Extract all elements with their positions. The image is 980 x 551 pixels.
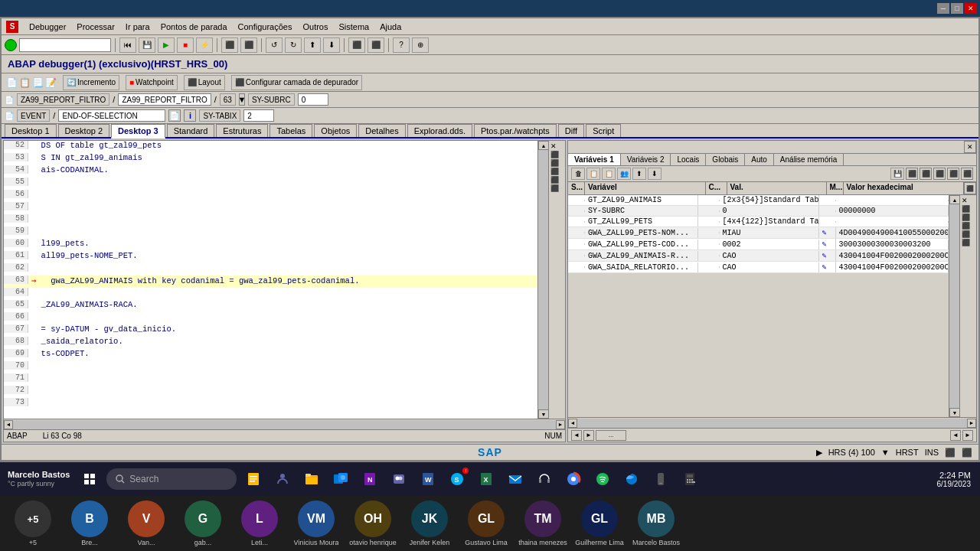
taskbar-spotify-icon[interactable] <box>590 467 615 491</box>
scroll-right-btn[interactable]: ► <box>556 420 565 429</box>
vars-tab-auto[interactable]: Auto <box>745 154 774 165</box>
vars-side-btn3[interactable]: ⬛ <box>962 214 975 221</box>
taskbar-onenote-icon[interactable]: N <box>358 467 382 491</box>
watchpoint-btn[interactable]: ■ Watchpoint <box>126 75 178 90</box>
taskbar-headset-icon[interactable] <box>532 467 557 491</box>
vars-right-btn4[interactable]: ⬛ <box>947 168 959 180</box>
participant-0[interactable]: +5+5 <box>6 500 60 546</box>
vars-side-btn1[interactable]: ✕ <box>962 197 975 204</box>
menu-pontos-parada[interactable]: Pontos de parada <box>161 22 227 31</box>
side-btn1[interactable]: ⬛ <box>550 151 564 158</box>
event-icon-btn[interactable]: 📄 <box>168 109 181 122</box>
side-btn2[interactable]: ⬛ <box>550 159 564 167</box>
layout-btn[interactable]: ⬛ Layout <box>184 75 225 90</box>
vars-right-btn5[interactable]: ⬛ <box>961 168 973 180</box>
info-i-btn[interactable]: i <box>184 109 196 122</box>
participant-6[interactable]: OHotavio henrique <box>346 500 400 546</box>
taskbar-word-icon[interactable]: W <box>416 467 440 491</box>
vars-scroll-up[interactable]: ▲ <box>949 195 960 204</box>
taskbar-teams2-icon[interactable] <box>387 467 411 491</box>
tab-detalhes[interactable]: Detalhes <box>358 124 405 137</box>
taskbar-edge-icon[interactable] <box>619 467 644 491</box>
config-layer-btn[interactable]: ⬛ Configurar camada de depurador <box>231 75 362 90</box>
vars-tab-variáveis-1[interactable]: Variáveis 1 <box>568 154 621 165</box>
vars-right-btn1[interactable]: ⬛ <box>906 168 918 180</box>
vars-row-2[interactable]: GT_ZALL99_PETS[4x4{122}]Standard Table <box>568 217 949 227</box>
tab-standard[interactable]: Standard <box>167 124 215 137</box>
participant-8[interactable]: GLGustavo Lima <box>459 500 513 546</box>
tab-desktop-3[interactable]: Desktop 3 <box>111 124 165 139</box>
vars-right-btn2[interactable]: ⬛ <box>920 168 932 180</box>
maximize-button[interactable]: □ <box>951 3 963 14</box>
taskbar-mail-icon[interactable] <box>503 467 528 491</box>
side-btn4[interactable]: ⬛ <box>550 176 564 184</box>
start-button[interactable] <box>77 467 102 491</box>
participant-3[interactable]: Ggab... <box>176 500 230 546</box>
tab-diff[interactable]: Diff <box>558 124 584 137</box>
search-bar[interactable]: Search <box>106 468 237 490</box>
participant-7[interactable]: JKJenifer Kelen <box>403 500 456 546</box>
info-btn[interactable]: ▼ <box>239 93 245 106</box>
play-icon[interactable]: ▶ <box>816 448 822 458</box>
vars-cell-m[interactable] <box>819 221 836 223</box>
btn3[interactable]: ↺ <box>266 37 283 53</box>
menu-processar[interactable]: Processar <box>77 22 115 31</box>
taskbar-calculator-icon[interactable] <box>678 467 702 491</box>
participant-11[interactable]: MBMarcelo Bastos <box>629 500 683 546</box>
taskbar-chrome-icon[interactable] <box>561 467 586 491</box>
menu-debugger[interactable]: Debugger <box>29 22 66 31</box>
nav-prev-btn[interactable]: ◄ <box>571 430 582 441</box>
editor-hscroll[interactable]: ◄ ► <box>4 419 565 429</box>
btn7[interactable]: ⬛ <box>348 37 365 53</box>
vars-side-btn4[interactable]: ⬛ <box>962 222 975 230</box>
tab-ptos-par-/watchpts[interactable]: Ptos.par./watchpts <box>474 124 557 137</box>
tab-script[interactable]: Script <box>586 124 621 137</box>
side-btn5[interactable]: ⬛ <box>550 184 564 192</box>
vars-vscroll[interactable]: ▲ ▼ <box>949 195 959 417</box>
vars-row-5[interactable]: GWA_ZAL99_ANIMAIS-R...CAO✎430041004F0020… <box>568 250 949 262</box>
vars-side-btn6[interactable]: ⬛ <box>962 239 975 246</box>
vars-side-btn5[interactable]: ⬛ <box>962 230 975 238</box>
menu-sistema[interactable]: Sistema <box>338 22 369 31</box>
btn2[interactable]: ⬛ <box>240 37 257 53</box>
nav-next-btn[interactable]: ► <box>583 430 594 441</box>
tab-estruturas[interactable]: Estruturas <box>216 124 268 137</box>
step-over-btn[interactable]: ▶ <box>158 37 175 53</box>
menu-ajuda[interactable]: Ajuda <box>380 22 401 31</box>
scroll-up-btn[interactable]: ▲ <box>538 141 549 150</box>
taskbar-explorer-icon[interactable] <box>299 467 324 491</box>
editor-vscroll[interactable]: ▲ ▼ <box>537 141 548 419</box>
participant-1[interactable]: BBre... <box>63 500 116 546</box>
nav-right-prev[interactable]: ◄ <box>950 430 961 441</box>
system-clock[interactable]: 2:24 PM 6/19/2023 <box>933 471 976 488</box>
taskbar-files-icon[interactable] <box>241 467 266 491</box>
btn4[interactable]: ↻ <box>285 37 302 53</box>
vars-cell-m[interactable] <box>819 210 836 212</box>
vars-close-btn[interactable]: ✕ <box>964 141 976 153</box>
vars-btn7[interactable]: 💾 <box>890 168 904 180</box>
nav-right-next[interactable]: ► <box>962 430 973 441</box>
taskbar-excel-icon[interactable]: X <box>474 467 498 491</box>
btn10[interactable]: ⊕ <box>412 37 429 53</box>
vars-row-3[interactable]: GWA_ZALL99_PETS-NOM...MIAU✎4D00490049004… <box>568 227 949 239</box>
tab-desktop-1[interactable]: Desktop 1 <box>5 124 57 137</box>
vars-btn5[interactable]: ⬆ <box>632 168 646 180</box>
sy-tabix-value[interactable]: 2 <box>243 109 274 122</box>
save-btn[interactable]: 💾 <box>139 37 155 53</box>
vars-cell-m[interactable]: ✎ <box>819 239 836 249</box>
vars-tab-análise-memória[interactable]: Análise memória <box>774 154 844 165</box>
vars-row-6[interactable]: GWA_SAIDA_RELATORIO...CAO✎430041004F0020… <box>568 262 949 273</box>
side-btn3[interactable]: ⬛ <box>550 168 564 175</box>
vars-hscroll[interactable]: ◄ ► <box>568 417 976 428</box>
sy-subrc-value[interactable]: 0 <box>298 93 328 106</box>
vars-cell-m[interactable]: ✎ <box>819 227 836 238</box>
btn1[interactable]: ⬛ <box>221 37 238 53</box>
taskbar-outlook-icon[interactable] <box>328 467 353 491</box>
toolbar-input[interactable] <box>19 38 111 52</box>
vars-row-4[interactable]: GWA_ZALL99_PETS-COD...0002✎3000300030003… <box>568 239 949 250</box>
tab-objetos[interactable]: Objetos <box>314 124 357 137</box>
vars-btn4[interactable]: 👥 <box>617 168 631 180</box>
tab-desktop-2[interactable]: Desktop 2 <box>58 124 110 137</box>
vars-btn6[interactable]: ⬇ <box>648 168 662 180</box>
vars-scroll-right[interactable]: ► <box>967 419 976 428</box>
